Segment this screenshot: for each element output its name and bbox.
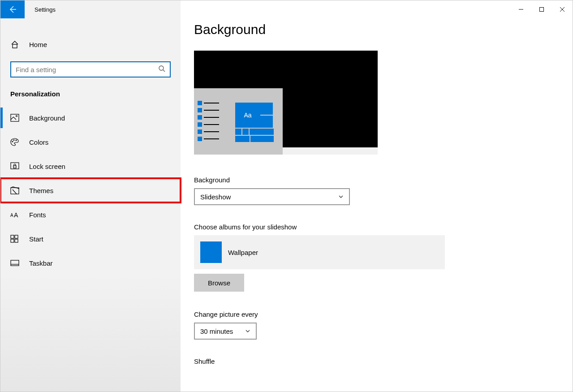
sidebar-item-taskbar[interactable]: Taskbar — [0, 251, 181, 275]
nav-label: Background — [29, 114, 65, 122]
picture-icon — [10, 114, 19, 122]
svg-text:A: A — [14, 211, 18, 219]
chevron-down-icon — [338, 194, 344, 199]
album-item[interactable]: Wallpaper — [194, 235, 445, 269]
lockscreen-icon — [10, 162, 19, 170]
background-dropdown-label: Background — [194, 176, 559, 184]
svg-rect-14 — [13, 166, 16, 168]
nav-label: Fonts — [29, 211, 46, 219]
nav-label: Start — [29, 235, 43, 243]
themes-icon — [10, 186, 19, 194]
svg-rect-21 — [15, 239, 18, 242]
chevron-down-icon — [245, 328, 250, 334]
window-controls — [511, 0, 573, 18]
svg-point-9 — [16, 116, 17, 117]
svg-rect-19 — [15, 235, 18, 238]
svg-rect-8 — [11, 114, 19, 121]
palette-icon — [10, 138, 19, 146]
svg-rect-22 — [11, 260, 19, 266]
home-label: Home — [29, 41, 47, 48]
sidebar-item-themes[interactable]: Themes — [0, 178, 181, 202]
sidebar-item-background[interactable]: Background — [0, 106, 181, 130]
interval-label: Change picture every — [194, 310, 559, 318]
svg-rect-20 — [11, 239, 14, 242]
background-dropdown-value: Slideshow — [200, 193, 231, 201]
album-thumbnail — [200, 241, 222, 263]
home-nav[interactable]: Home — [0, 35, 181, 53]
svg-point-11 — [13, 140, 14, 141]
sidebar-item-start[interactable]: Start — [0, 227, 181, 251]
background-preview: Aa — [194, 51, 378, 155]
background-dropdown[interactable]: Slideshow — [194, 188, 350, 205]
svg-rect-5 — [13, 44, 17, 48]
start-icon — [10, 235, 19, 243]
page-title: Background — [194, 22, 559, 37]
interval-value: 30 minutes — [200, 327, 233, 335]
nav-label: Lock screen — [29, 163, 65, 170]
svg-point-12 — [16, 140, 17, 141]
home-icon — [10, 40, 19, 48]
browse-button[interactable]: Browse — [194, 274, 244, 292]
sidebar-item-colors[interactable]: Colors — [0, 130, 181, 154]
interval-dropdown[interactable]: 30 minutes — [194, 323, 257, 340]
svg-rect-1 — [540, 8, 544, 12]
svg-point-6 — [159, 66, 164, 70]
window-title: Settings — [25, 6, 56, 13]
title-bar: Settings — [0, 0, 181, 18]
svg-text:A: A — [10, 213, 13, 218]
close-button[interactable] — [552, 0, 573, 18]
shuffle-label: Shuffle — [194, 358, 559, 365]
search-field[interactable] — [16, 66, 158, 73]
taskbar-icon — [10, 259, 19, 267]
nav-label: Themes — [29, 187, 53, 194]
maximize-button[interactable] — [531, 0, 552, 18]
nav-label: Colors — [29, 138, 48, 146]
svg-line-7 — [163, 70, 165, 72]
preview-sample-text: Aa — [235, 103, 260, 128]
section-title: Personalization — [0, 78, 181, 106]
svg-point-10 — [12, 141, 13, 142]
sidebar-item-fonts[interactable]: AA Fonts — [0, 202, 181, 227]
svg-rect-15 — [11, 188, 19, 194]
search-icon — [158, 65, 165, 74]
albums-label: Choose albums for your slideshow — [194, 223, 559, 231]
minimize-button[interactable] — [511, 0, 531, 18]
back-button[interactable] — [0, 0, 25, 18]
album-name: Wallpaper — [228, 249, 258, 256]
fonts-icon: AA — [10, 211, 19, 219]
main-content: Background Aa — [181, 0, 573, 392]
svg-rect-18 — [11, 235, 14, 238]
sidebar-item-lockscreen[interactable]: Lock screen — [0, 154, 181, 178]
browse-label: Browse — [208, 279, 230, 287]
sidebar: Settings Home Personalization Background — [0, 0, 181, 392]
nav-label: Taskbar — [29, 259, 53, 267]
search-input[interactable] — [10, 61, 171, 78]
